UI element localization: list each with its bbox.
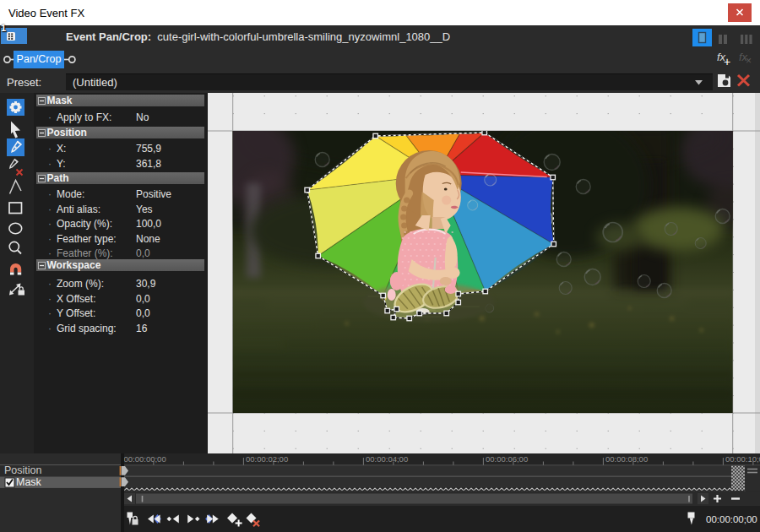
- svg-text:00:00:02;00: 00:00:02;00: [246, 454, 288, 464]
- svg-text:Mask: Mask: [16, 476, 42, 488]
- svg-text:Position: Position: [4, 464, 42, 476]
- svg-text:00:00:04;00: 00:00:04;00: [366, 454, 408, 464]
- svg-text:00:00:08;00: 00:00:08;00: [605, 454, 648, 464]
- svg-text:00:00:00;00: 00:00:00;00: [706, 514, 757, 524]
- svg-text:00:00:10;00: 00:00:10;00: [725, 454, 760, 464]
- svg-text:00:00:00;00: 00:00:00;00: [124, 454, 166, 464]
- svg-text:00:00:06;00: 00:00:06;00: [486, 454, 528, 464]
